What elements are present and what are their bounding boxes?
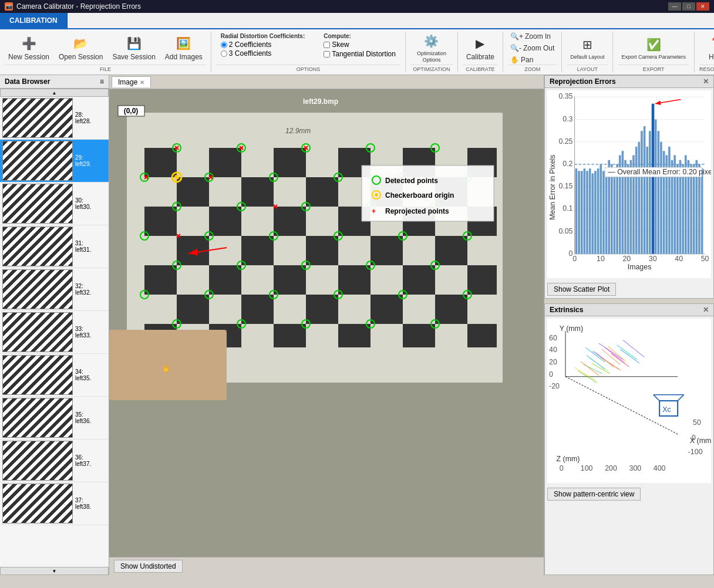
image-filename-text: left29.bmp — [303, 97, 338, 106]
sidebar-image-item-33[interactable]: 33: left33. — [0, 311, 109, 354]
close-button[interactable]: ✕ — [696, 2, 709, 11]
maximize-button[interactable]: □ — [682, 2, 695, 11]
tangential-checkbox[interactable]: Tangential Distortion — [324, 50, 396, 58]
image-label-34: 34: left35. — [75, 369, 91, 381]
svg-text:-20: -20 — [549, 382, 560, 390]
radio-2-coeff-input[interactable] — [221, 42, 227, 48]
sidebar-scroll: 28: left28.29: left29.30: left30.31: lef… — [0, 97, 109, 567]
image-thumb-33 — [2, 312, 73, 352]
sidebar-image-item-34[interactable]: 34: left35. — [0, 354, 109, 397]
resources-group-label: RESOURCES — [699, 65, 714, 72]
calibration-tab[interactable]: CALIBRATION — [0, 13, 68, 28]
reprojection-section: Reprojection Errors ✕ Mean Error in Pixe… — [544, 75, 714, 299]
window-controls[interactable]: — □ ✕ — [668, 2, 709, 11]
file-group-content: ➕ New Session 📂 Open Session 💾 Save Sess… — [5, 32, 206, 65]
calibrate-button[interactable]: ▶ Calibrate — [463, 34, 498, 62]
pan-label: Pan — [521, 56, 533, 64]
image-thumb-35 — [2, 398, 73, 438]
z-mm-label: Z (mm) — [557, 455, 580, 463]
svg-text:40: 40 — [675, 255, 683, 263]
reprojection-close[interactable]: ✕ — [703, 77, 709, 86]
image-label-32: 32: left32. — [75, 283, 91, 296]
svg-rect-121 — [584, 168, 586, 254]
zoom-group: 🔍+ Zoom In 🔍- Zoom Out ✋ Pan ZOOM — [503, 32, 562, 72]
zoom-out-icon: 🔍- — [510, 44, 521, 52]
right-panel: Reprojection Errors ✕ Mean Error in Pixe… — [544, 75, 714, 575]
image-tab[interactable]: Image ✕ — [112, 76, 151, 87]
radio-2-coeff[interactable]: 2 Coefficients — [221, 40, 305, 49]
help-label: Help — [709, 53, 714, 61]
image-tab-bar: Image ✕ — [109, 75, 544, 89]
show-scatter-label: Show Scatter Plot — [554, 285, 609, 293]
svg-rect-160 — [690, 164, 692, 254]
svg-rect-13 — [144, 207, 177, 236]
svg-text:60: 60 — [549, 334, 557, 342]
skew-checkbox[interactable]: Skew — [324, 40, 396, 49]
svg-rect-26 — [274, 265, 306, 295]
svg-rect-122 — [586, 171, 588, 254]
radio-3-coeff-input[interactable] — [221, 50, 227, 57]
radio-3-coeff[interactable]: 3 Coefficients — [221, 49, 305, 58]
svg-text:0: 0 — [692, 434, 696, 442]
svg-rect-22 — [371, 236, 403, 265]
sidebar-image-item-37[interactable]: 37: left38. — [0, 482, 109, 525]
open-session-button[interactable]: 📂 Open Session — [55, 34, 106, 62]
sidebar-menu-icon[interactable]: ≡ — [100, 77, 104, 86]
sidebar-image-item-35[interactable]: 35: left36. — [0, 397, 109, 440]
pan-button[interactable]: ✋ Pan — [508, 55, 536, 65]
zoom-out-button[interactable]: 🔍- Zoom Out — [508, 43, 557, 53]
show-undistorted-button[interactable]: Show Undistorted — [114, 560, 183, 573]
new-session-button[interactable]: ➕ New Session — [5, 34, 53, 62]
tangential-input[interactable] — [324, 51, 330, 58]
save-session-button[interactable]: 💾 Save Session — [109, 34, 159, 62]
skew-input[interactable] — [324, 42, 330, 48]
svg-rect-39 — [403, 324, 435, 347]
minimize-button[interactable]: — — [668, 2, 681, 11]
default-layout-button[interactable]: ⊞ Default Layout — [567, 35, 608, 61]
sidebar-image-item-30[interactable]: 30: left30. — [0, 183, 109, 225]
file-group-label: FILE — [5, 65, 206, 72]
svg-text:100: 100 — [581, 464, 593, 472]
image-thumb-32 — [2, 269, 73, 309]
pan-icon: ✋ — [510, 56, 519, 64]
svg-rect-23 — [435, 236, 467, 265]
svg-rect-145 — [649, 131, 651, 254]
file-group: ➕ New Session 📂 Open Session 💾 Save Sess… — [0, 32, 211, 72]
legend-checkerboard-text: Checkerboard origin — [385, 191, 454, 200]
calibrate-group: ▶ Calibrate CALIBRATE — [458, 32, 503, 72]
add-images-button[interactable]: 🖼️ Add Images — [161, 34, 206, 62]
sidebar-image-item-32[interactable]: 32: left32. — [0, 268, 109, 311]
calibrate-group-content: ▶ Calibrate — [463, 32, 498, 65]
svg-rect-29 — [467, 265, 497, 295]
image-tab-close[interactable]: ✕ — [140, 79, 144, 86]
export-icon: ✅ — [645, 36, 662, 53]
svg-rect-120 — [581, 171, 583, 254]
zoom-in-button[interactable]: 🔍+ Zoom In — [508, 32, 553, 41]
svg-rect-142 — [641, 131, 643, 254]
sidebar-image-item-29[interactable]: 29: left29. — [0, 140, 109, 183]
image-thumb-29 — [2, 141, 73, 181]
sidebar-scroll-up[interactable]: ▲ — [0, 89, 109, 97]
svg-rect-33 — [371, 295, 403, 324]
show-pattern-button[interactable]: Show pattern-centric view — [547, 488, 641, 501]
options-group: Radial Distortion Radial Distortion Coef… — [211, 32, 406, 72]
image-thumb-30 — [2, 184, 73, 224]
extrinsics-close[interactable]: ✕ — [703, 306, 709, 314]
svg-rect-123 — [589, 168, 591, 254]
optimization-options-button[interactable]: ⚙️ Optimization Options — [410, 32, 453, 65]
sidebar-image-item-36[interactable]: 36: left37. — [0, 440, 109, 482]
y-mm-label: Y (mm) — [560, 325, 583, 333]
export-button[interactable]: ✅ Export Camera Parameters — [618, 35, 689, 61]
tangential-label: Tangential Distortion — [332, 50, 396, 58]
legend-reprojected-icon: + — [372, 207, 376, 215]
help-button[interactable]: ❓ Help — [704, 34, 714, 62]
sidebar-image-item-31[interactable]: 31: left31. — [0, 225, 109, 268]
svg-text:0.2: 0.2 — [563, 160, 572, 168]
extrinsics-area: Y (mm) 60 40 20 0 -20 Z (mm) 0 100 200 3… — [547, 319, 711, 483]
svg-rect-40 — [467, 324, 497, 347]
show-scatter-button[interactable]: Show Scatter Plot — [547, 283, 616, 296]
sidebar-scroll-down[interactable]: ▼ — [0, 567, 109, 575]
svg-text:-100: -100 — [688, 448, 703, 456]
svg-text:200: 200 — [605, 464, 617, 472]
sidebar-image-item-28[interactable]: 28: left28. — [0, 97, 109, 140]
